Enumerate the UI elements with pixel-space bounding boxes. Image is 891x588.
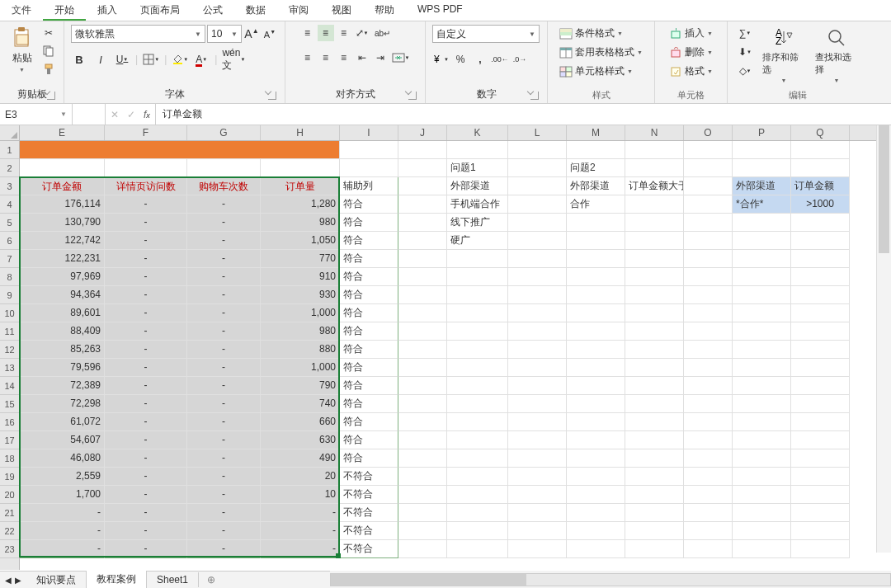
cell[interactable]: 符合 [340, 341, 398, 359]
align-middle-button[interactable]: ≡ [318, 25, 334, 41]
underline-button[interactable]: U▼ [114, 51, 130, 68]
cell[interactable]: 85,263 [20, 341, 105, 359]
menu-formula[interactable]: 公式 [191, 0, 234, 21]
cell[interactable]: 46,080 [20, 449, 105, 468]
cell[interactable] [625, 413, 684, 431]
cell[interactable] [447, 522, 508, 540]
cell[interactable]: - [105, 431, 187, 449]
cell[interactable] [398, 177, 447, 195]
cell[interactable] [733, 359, 791, 377]
cell[interactable] [398, 341, 447, 359]
cell[interactable]: 符合 [340, 214, 398, 232]
row-header[interactable]: 13 [0, 359, 19, 377]
cell[interactable]: 符合 [340, 322, 398, 341]
cell[interactable] [733, 286, 791, 304]
cell[interactable]: 130,790 [20, 214, 105, 232]
cell[interactable] [791, 431, 850, 449]
row-headers[interactable]: 1234567891011121314151617181920212223 [0, 141, 20, 570]
cell[interactable]: 1,700 [20, 486, 105, 504]
cell[interactable] [791, 250, 850, 268]
cell[interactable]: 1,050 [261, 232, 340, 250]
cell[interactable] [20, 159, 105, 177]
cell[interactable] [791, 286, 850, 304]
align-right-button[interactable]: ≡ [336, 49, 352, 66]
cell[interactable]: 外部渠道 [733, 177, 791, 195]
cell[interactable]: 630 [261, 431, 340, 449]
cell[interactable]: - [261, 504, 340, 522]
cell[interactable] [733, 268, 791, 286]
cut-button[interactable]: ✂ [40, 25, 57, 41]
cell[interactable] [567, 431, 625, 449]
cell[interactable] [567, 268, 625, 286]
sheet-tab-2[interactable]: 教程案例 [87, 571, 147, 589]
cell[interactable]: 符合 [340, 395, 398, 413]
cell[interactable] [684, 195, 733, 214]
cell[interactable] [791, 413, 850, 431]
cell[interactable] [20, 141, 340, 159]
cell[interactable]: - [187, 395, 261, 413]
cell[interactable] [625, 468, 684, 486]
cell[interactable] [625, 540, 684, 558]
cell[interactable] [508, 449, 567, 468]
cell[interactable] [791, 159, 850, 177]
sheet-tab-3[interactable]: Sheet1 [147, 572, 199, 587]
cell[interactable] [684, 486, 733, 504]
cell[interactable] [733, 341, 791, 359]
row-header[interactable]: 22 [0, 522, 19, 540]
cell[interactable] [447, 395, 508, 413]
row-header[interactable]: 18 [0, 449, 19, 468]
cell[interactable] [733, 486, 791, 504]
clear-button[interactable]: ◇▼ [734, 63, 756, 79]
cell[interactable]: 790 [261, 377, 340, 395]
format-cells-button[interactable]: 格式▼ [667, 63, 714, 80]
cell[interactable]: - [187, 486, 261, 504]
cell[interactable] [625, 195, 684, 214]
cell[interactable] [733, 377, 791, 395]
menu-help[interactable]: 帮助 [363, 0, 406, 21]
cell[interactable] [733, 395, 791, 413]
cell[interactable] [684, 522, 733, 540]
cell[interactable] [398, 322, 447, 341]
cell[interactable]: 符合 [340, 195, 398, 214]
cell[interactable]: - [187, 268, 261, 286]
insert-cells-button[interactable]: +插入▼ [667, 25, 714, 42]
cell[interactable] [791, 232, 850, 250]
cell[interactable] [447, 141, 508, 159]
cell[interactable]: 不符合 [340, 504, 398, 522]
cell[interactable] [508, 504, 567, 522]
col-header[interactable]: J [398, 125, 447, 140]
cell[interactable]: - [187, 195, 261, 214]
row-header[interactable]: 12 [0, 341, 19, 359]
name-box[interactable]: E3▼ [0, 104, 73, 125]
align-left-button[interactable]: ≡ [299, 49, 316, 66]
cell[interactable] [398, 540, 447, 558]
col-header[interactable]: K [447, 125, 508, 140]
cell[interactable]: 89,601 [20, 304, 105, 322]
cell[interactable] [625, 232, 684, 250]
vertical-scrollbar[interactable] [876, 125, 891, 553]
cell-grid[interactable]: 问题1问题2订单金额详情页访问数购物车次数订单量辅助列外部渠道外部渠道订单金额大… [20, 141, 891, 570]
cell[interactable] [567, 304, 625, 322]
cell[interactable]: 20 [261, 468, 340, 486]
cell[interactable] [791, 304, 850, 322]
cell[interactable] [447, 413, 508, 431]
cell[interactable]: - [187, 341, 261, 359]
cell[interactable]: 订单金额 [20, 177, 105, 195]
row-header[interactable]: 1 [0, 141, 19, 159]
cell[interactable] [625, 359, 684, 377]
cell[interactable] [447, 359, 508, 377]
menu-home[interactable]: 开始 [43, 0, 86, 21]
cell[interactable] [625, 250, 684, 268]
cell[interactable] [447, 540, 508, 558]
row-header[interactable]: 8 [0, 268, 19, 286]
col-header[interactable]: L [508, 125, 567, 140]
cell[interactable] [567, 413, 625, 431]
cell[interactable] [791, 504, 850, 522]
font-size-combo[interactable]: 10▼ [207, 25, 242, 43]
row-header[interactable]: 19 [0, 468, 19, 486]
cell[interactable]: >1000 [791, 195, 850, 214]
cell[interactable]: - [261, 522, 340, 540]
bold-button[interactable]: B [71, 51, 87, 68]
cell[interactable] [567, 522, 625, 540]
cell[interactable]: - [187, 322, 261, 341]
